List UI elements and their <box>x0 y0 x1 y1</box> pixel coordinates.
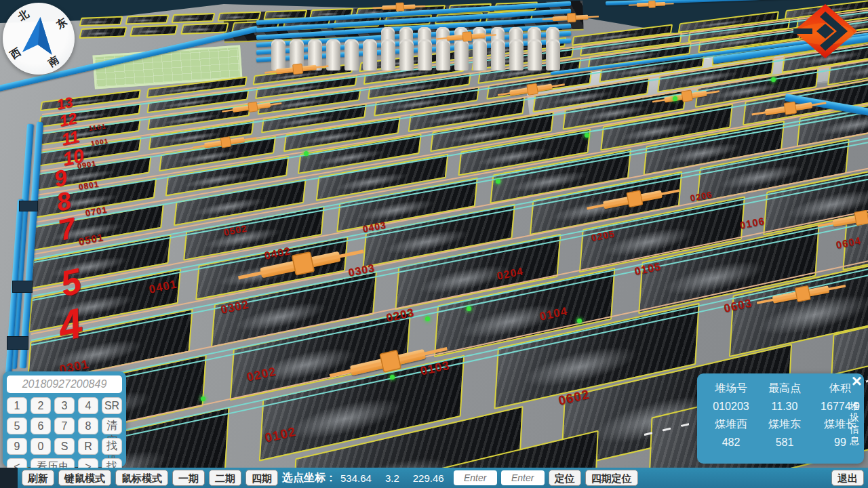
indicator-dot <box>201 396 205 401</box>
toolbar-left-cap <box>0 468 18 488</box>
locate-button[interactable]: 定位 <box>549 470 581 486</box>
search-keypad-panel: 1234SR5678清空90SR找垛<看历史>找设备 <box>3 371 126 467</box>
keypad-button-S[interactable]: S <box>54 438 75 455</box>
keypad-button-6[interactable]: 6 <box>31 418 51 434</box>
coal-pile[interactable] <box>79 26 127 39</box>
indicator-dot <box>577 319 582 323</box>
indicator-dot <box>304 151 309 156</box>
phase4-locate-button[interactable]: 四期定位 <box>585 470 638 486</box>
silo <box>546 39 560 70</box>
coord-z: 229.46 <box>413 472 444 484</box>
keypad-button-5[interactable]: 5 <box>7 418 27 434</box>
coord-x: 534.64 <box>340 472 372 484</box>
yard-no-value: 010203 <box>705 401 757 413</box>
coal-yard-monitoring-app: 0501050204020403040103020303020302040205… <box>0 0 868 488</box>
pile-code-input[interactable] <box>7 375 122 393</box>
junction-box <box>7 336 28 350</box>
silo <box>528 39 542 70</box>
silo <box>418 39 432 70</box>
bottom-toolbar: 刷新 键鼠模式 鼠标模式 一期 二期 四期 选点坐标： 534.64 3.2 2… <box>0 468 868 488</box>
mouse-mode-button[interactable]: 鼠标模式 <box>115 470 168 486</box>
indicator-dot <box>585 133 589 138</box>
keypad-button-SR[interactable]: SR <box>102 397 122 414</box>
pile-east-value: 581 <box>757 436 812 449</box>
indicator-dot <box>673 96 677 101</box>
coord-enter-input-2[interactable] <box>501 470 545 485</box>
keypad-button-7[interactable]: 7 <box>54 418 75 434</box>
highest-point-header: 最高点 <box>757 382 812 396</box>
junction-box <box>19 201 38 211</box>
coord-enter-input-1[interactable] <box>454 470 497 485</box>
keypad-button-清空[interactable]: 清空 <box>102 418 122 434</box>
keypad-button-1[interactable]: 1 <box>7 397 27 414</box>
keypad-button-4[interactable]: 4 <box>78 397 98 414</box>
phase4-button[interactable]: 四期 <box>245 470 278 486</box>
silo <box>399 39 414 70</box>
keypad-button-8[interactable]: 8 <box>78 418 98 434</box>
indicator-dot <box>771 77 776 82</box>
silo <box>271 39 285 70</box>
silo <box>491 39 505 70</box>
yard-no-header: 堆场号 <box>705 382 757 396</box>
silo <box>509 39 524 70</box>
indicator-dot <box>390 375 395 380</box>
keypad-button-0[interactable]: 0 <box>31 438 51 455</box>
compass-arrow-icon <box>15 12 62 59</box>
silo <box>381 39 395 70</box>
keypad-button-2[interactable]: 2 <box>31 397 51 414</box>
indicator-dot <box>425 317 430 321</box>
silo <box>344 39 359 70</box>
keypad-button-3[interactable]: 3 <box>54 397 75 414</box>
keypad-button-9[interactable]: 9 <box>7 438 27 455</box>
coal-pile[interactable] <box>130 24 178 37</box>
indicator-dot <box>467 306 471 311</box>
silo <box>473 39 487 70</box>
stockpile-info-tab: 堆垛信息 <box>848 401 861 447</box>
silo <box>436 39 450 70</box>
exit-button[interactable]: 退出 <box>831 470 864 486</box>
compass[interactable]: 北 东 西 南 <box>3 3 75 75</box>
indicator-dot <box>496 179 500 184</box>
pile-west-value: 482 <box>705 436 757 449</box>
stockpile-info-panel: × 堆垛信息 堆场号 最高点 体积 010203 11.30 16774.9 煤… <box>697 373 864 464</box>
close-icon[interactable]: × <box>852 372 862 390</box>
pile-west-header: 煤堆西 <box>705 418 757 432</box>
phase1-button[interactable]: 一期 <box>172 470 205 486</box>
coal-pile[interactable] <box>125 14 169 24</box>
point-coords-label: 选点坐标： <box>282 471 336 485</box>
keypad-button-R[interactable]: R <box>78 438 98 455</box>
coal-pile[interactable] <box>180 22 229 35</box>
coal-pile[interactable] <box>79 16 123 26</box>
pile-east-header: 煤堆东 <box>757 418 812 432</box>
highest-point-value: 11.30 <box>757 401 812 413</box>
junction-box <box>12 281 33 293</box>
silo <box>363 39 377 70</box>
company-logo-icon <box>792 3 860 61</box>
refresh-button[interactable]: 刷新 <box>22 470 54 486</box>
coal-pile[interactable] <box>217 12 261 22</box>
phase2-button[interactable]: 二期 <box>209 470 241 486</box>
row-number: 10 <box>61 146 85 169</box>
coal-pile[interactable] <box>171 13 215 23</box>
keypad-button-找垛[interactable]: 找垛 <box>102 438 122 455</box>
silo <box>454 39 469 70</box>
keymouse-mode-button[interactable]: 键鼠模式 <box>58 470 111 486</box>
point-coords-values: 534.64 3.2 229.46 <box>340 472 444 484</box>
stockpile-info-grid: 堆场号 最高点 体积 010203 11.30 16774.9 煤堆西 煤堆东 … <box>705 382 844 449</box>
keypad: 1234SR5678清空90SR找垛<看历史>找设备 <box>7 397 122 475</box>
coord-y: 3.2 <box>385 472 399 484</box>
